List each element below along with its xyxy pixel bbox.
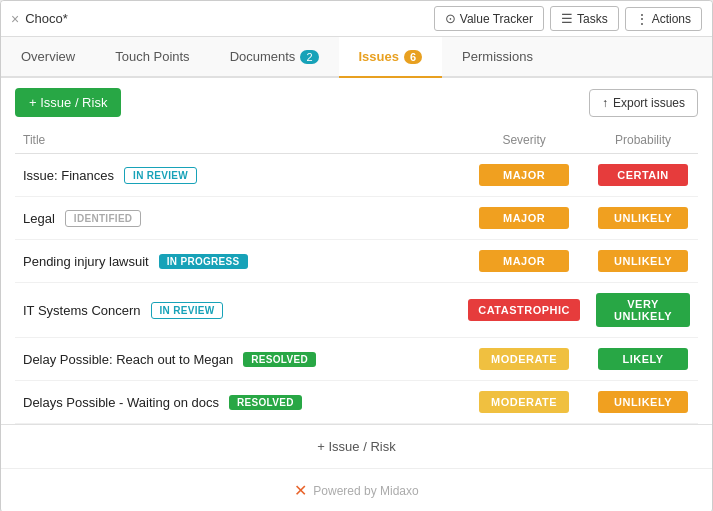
probability-cell: LIKELY	[588, 338, 698, 381]
value-tracker-icon: ⊙	[445, 11, 456, 26]
header-left: × Choco*	[11, 11, 68, 27]
add-issue-row[interactable]: + Issue / Risk	[1, 424, 712, 468]
tab-permissions[interactable]: Permissions	[442, 37, 553, 78]
table-row[interactable]: Delay Possible: Reach out to Megan RESOL…	[15, 338, 698, 381]
severity-cell: MODERATE	[460, 381, 588, 424]
severity-badge: MODERATE	[479, 391, 569, 413]
add-issue-button[interactable]: + Issue / Risk	[15, 88, 121, 117]
severity-cell: MODERATE	[460, 338, 588, 381]
title-cell: Legal IDENTIFIED	[15, 197, 460, 240]
table-row[interactable]: Legal IDENTIFIED MAJORUNLIKELY	[15, 197, 698, 240]
export-label: Export issues	[613, 96, 685, 110]
issues-table-wrap: Title Severity Probability Issue: Financ…	[1, 127, 712, 424]
status-badge: IN PROGRESS	[159, 254, 248, 269]
table-row[interactable]: Delays Possible - Waiting on docs RESOLV…	[15, 381, 698, 424]
tab-issues-badge: 6	[404, 50, 422, 64]
footer-logo: ✕	[294, 481, 307, 500]
export-icon: ↑	[602, 96, 608, 110]
probability-badge: VERY UNLIKELY	[596, 293, 690, 327]
tab-overview[interactable]: Overview	[1, 37, 95, 78]
probability-badge: UNLIKELY	[598, 207, 688, 229]
header: × Choco* ⊙ Value Tracker ☰ Tasks ⋮ Actio…	[1, 1, 712, 37]
footer: ✕ Powered by Midaxo	[1, 468, 712, 511]
probability-badge: CERTAIN	[598, 164, 688, 186]
tasks-button[interactable]: ☰ Tasks	[550, 6, 619, 31]
issue-title: Delay Possible: Reach out to Megan	[23, 352, 233, 367]
add-issue-label: + Issue / Risk	[29, 95, 107, 110]
header-right: ⊙ Value Tracker ☰ Tasks ⋮ Actions	[434, 6, 702, 31]
probability-cell: CERTAIN	[588, 154, 698, 197]
title-cell: Delay Possible: Reach out to Megan RESOL…	[15, 338, 460, 381]
title-cell: Issue: Finances IN REVIEW	[15, 154, 460, 197]
probability-cell: UNLIKELY	[588, 240, 698, 283]
severity-cell: MAJOR	[460, 197, 588, 240]
status-badge: IN REVIEW	[151, 302, 224, 319]
status-badge: RESOLVED	[243, 352, 316, 367]
probability-cell: UNLIKELY	[588, 381, 698, 424]
toolbar: + Issue / Risk ↑ Export issues	[1, 78, 712, 127]
issue-title: IT Systems Concern	[23, 303, 141, 318]
tab-issues-label: Issues	[359, 49, 399, 64]
probability-badge: UNLIKELY	[598, 250, 688, 272]
tabs-bar: Overview Touch Points Documents 2 Issues…	[1, 37, 712, 78]
status-badge: IN REVIEW	[124, 167, 197, 184]
tab-overview-label: Overview	[21, 49, 75, 64]
table-row[interactable]: Pending injury lawsuit IN PROGRESS MAJOR…	[15, 240, 698, 283]
probability-cell: UNLIKELY	[588, 197, 698, 240]
severity-cell: MAJOR	[460, 240, 588, 283]
issue-title: Legal	[23, 211, 55, 226]
col-title: Title	[15, 127, 460, 154]
col-probability: Probability	[588, 127, 698, 154]
severity-badge: MODERATE	[479, 348, 569, 370]
severity-badge: CATASTROPHIC	[468, 299, 580, 321]
tab-issues[interactable]: Issues 6	[339, 37, 443, 78]
export-button[interactable]: ↑ Export issues	[589, 89, 698, 117]
tab-permissions-label: Permissions	[462, 49, 533, 64]
main-window: × Choco* ⊙ Value Tracker ☰ Tasks ⋮ Actio…	[0, 0, 713, 511]
severity-badge: MAJOR	[479, 250, 569, 272]
tab-documents-label: Documents	[230, 49, 296, 64]
severity-cell: MAJOR	[460, 154, 588, 197]
tasks-label: Tasks	[577, 12, 608, 26]
issues-table: Title Severity Probability Issue: Financ…	[15, 127, 698, 424]
probability-badge: LIKELY	[598, 348, 688, 370]
close-icon[interactable]: ×	[11, 11, 19, 27]
probability-badge: UNLIKELY	[598, 391, 688, 413]
tab-touch-points[interactable]: Touch Points	[95, 37, 209, 78]
table-row[interactable]: Issue: Finances IN REVIEW MAJORCERTAIN	[15, 154, 698, 197]
value-tracker-label: Value Tracker	[460, 12, 533, 26]
table-row[interactable]: IT Systems Concern IN REVIEW CATASTROPHI…	[15, 283, 698, 338]
col-severity: Severity	[460, 127, 588, 154]
issue-title: Pending injury lawsuit	[23, 254, 149, 269]
severity-badge: MAJOR	[479, 207, 569, 229]
issue-title: Issue: Finances	[23, 168, 114, 183]
severity-cell: CATASTROPHIC	[460, 283, 588, 338]
footer-text: Powered by Midaxo	[313, 484, 418, 498]
tab-documents-badge: 2	[300, 50, 318, 64]
status-badge: RESOLVED	[229, 395, 302, 410]
window-title: Choco*	[25, 11, 68, 26]
value-tracker-button[interactable]: ⊙ Value Tracker	[434, 6, 544, 31]
issue-title: Delays Possible - Waiting on docs	[23, 395, 219, 410]
title-cell: IT Systems Concern IN REVIEW	[15, 283, 460, 338]
severity-badge: MAJOR	[479, 164, 569, 186]
actions-label: Actions	[652, 12, 691, 26]
tab-documents[interactable]: Documents 2	[210, 37, 339, 78]
status-badge: IDENTIFIED	[65, 210, 142, 227]
tab-touch-points-label: Touch Points	[115, 49, 189, 64]
probability-cell: VERY UNLIKELY	[588, 283, 698, 338]
actions-icon: ⋮	[636, 12, 648, 26]
title-cell: Pending injury lawsuit IN PROGRESS	[15, 240, 460, 283]
tasks-icon: ☰	[561, 11, 573, 26]
title-cell: Delays Possible - Waiting on docs RESOLV…	[15, 381, 460, 424]
actions-button[interactable]: ⋮ Actions	[625, 7, 702, 31]
